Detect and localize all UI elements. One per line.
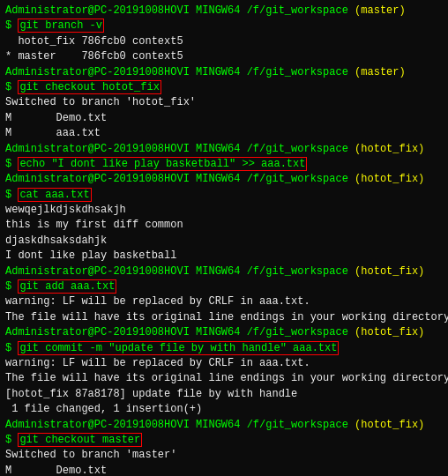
prompt-6: Administrator@PC-20191008HOVI MINGW64 /f… bbox=[5, 325, 443, 340]
command-6: $ git commit -m "update file by with han… bbox=[5, 341, 443, 356]
prompt-4: Administrator@PC-20191008HOVI MINGW64 /f… bbox=[5, 172, 443, 187]
cmd-box-4: cat aaa.txt bbox=[18, 188, 91, 202]
output-4-4: I dont like play basketball bbox=[5, 249, 443, 264]
block-5: Administrator@PC-20191008HOVI MINGW64 /f… bbox=[5, 264, 443, 326]
output-2-1: Switched to branch 'hotot_fix' bbox=[5, 95, 443, 110]
output-6-3: [hotot_fix 87a8178] update file by with … bbox=[5, 387, 443, 402]
output-4-1: wewqejlkdjskdhsakjh bbox=[5, 203, 443, 218]
output-2-3: M aaa.txt bbox=[5, 126, 443, 141]
cmd-box-1: git branch -v bbox=[18, 19, 104, 33]
command-3: $ echo "I dont like play basketball" >> … bbox=[5, 157, 443, 172]
output-6-2: The file will have its original line end… bbox=[5, 371, 443, 386]
cmd-box-5: git add aaa.txt bbox=[18, 279, 116, 294]
prompt-2: Administrator@PC-20191008HOVI MINGW64 /f… bbox=[5, 65, 443, 80]
command-4: $ cat aaa.txt bbox=[5, 188, 443, 203]
output-6-4: 1 file changed, 1 insertion(+) bbox=[5, 402, 443, 417]
block-4: Administrator@PC-20191008HOVI MINGW64 /f… bbox=[5, 172, 443, 264]
block-1: Administrator@PC-20191008HOVI MINGW64 /f… bbox=[5, 4, 443, 65]
block-7: Administrator@PC-20191008HOVI MINGW64 /f… bbox=[5, 418, 443, 476]
block-3: Administrator@PC-20191008HOVI MINGW64 /f… bbox=[5, 142, 443, 173]
terminal: Administrator@PC-20191008HOVI MINGW64 /f… bbox=[0, 0, 448, 476]
output-4-2: this is my first diff common bbox=[5, 218, 443, 233]
output-2-2: M Demo.txt bbox=[5, 111, 443, 126]
command-7: $ git checkout master bbox=[5, 433, 443, 448]
block-2: Administrator@PC-20191008HOVI MINGW64 /f… bbox=[5, 65, 443, 142]
output-7-1: Switched to branch 'master' bbox=[5, 448, 443, 463]
command-5: $ git add aaa.txt bbox=[5, 279, 443, 294]
output-4-3: djaskdhsaksdahjk bbox=[5, 234, 443, 249]
output-7-2: M Demo.txt bbox=[5, 464, 443, 476]
output-5-2: The file will have its original line end… bbox=[5, 310, 443, 325]
command-1: $ git branch -v bbox=[5, 19, 443, 33]
output-1-2: * master 786fcb0 context5 bbox=[5, 49, 443, 64]
prompt-3: Administrator@PC-20191008HOVI MINGW64 /f… bbox=[5, 142, 443, 157]
prompt-7: Administrator@PC-20191008HOVI MINGW64 /f… bbox=[5, 418, 443, 433]
cmd-box-6: git commit -m "update file by with handl… bbox=[18, 341, 339, 355]
cmd-box-2: git checkout hotot_fix bbox=[18, 80, 161, 94]
prompt-5: Administrator@PC-20191008HOVI MINGW64 /f… bbox=[5, 264, 443, 279]
cmd-box-7: git checkout master bbox=[18, 433, 142, 447]
command-2: $ git checkout hotot_fix bbox=[5, 80, 443, 95]
prompt-1: Administrator@PC-20191008HOVI MINGW64 /f… bbox=[5, 4, 443, 19]
cmd-box-3: echo "I dont like play basketball" >> aa… bbox=[18, 157, 307, 171]
output-5-1: warning: LF will be replaced by CRLF in … bbox=[5, 294, 443, 309]
output-1-1: hotot_fix 786fcb0 context5 bbox=[5, 34, 443, 49]
output-6-1: warning: LF will be replaced by CRLF in … bbox=[5, 356, 443, 371]
block-6: Administrator@PC-20191008HOVI MINGW64 /f… bbox=[5, 325, 443, 417]
